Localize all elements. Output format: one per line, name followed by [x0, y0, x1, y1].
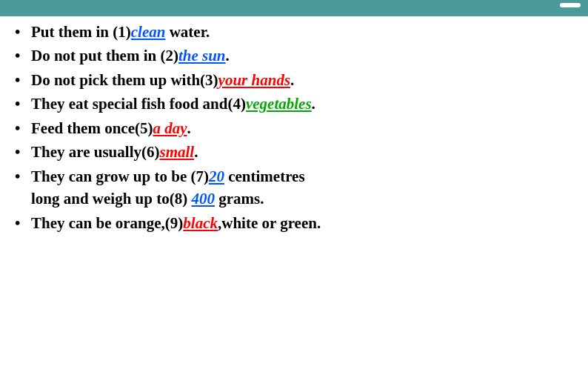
item-after-6: .	[194, 143, 198, 161]
item-before-7b: long and weigh up to(8)	[31, 190, 191, 208]
list-item: They can grow up to be (7)20 centimetres…	[15, 165, 573, 210]
answer-2: the sun	[178, 47, 226, 64]
list-item: They can be orange,(9)black,white or gre…	[15, 212, 573, 234]
item-after-3: .	[290, 71, 294, 89]
list-item: Put them in (1)clean water.	[15, 21, 573, 43]
answer-9: black	[183, 214, 218, 232]
answer-3: your hands	[218, 71, 290, 89]
item-before-3: Do not pick them up with(3)	[31, 71, 218, 89]
item-before-9: They can be orange,(9)	[31, 214, 183, 232]
answer-7b: 400	[191, 190, 215, 208]
item-before-6: They are usually(6)	[31, 143, 159, 161]
item-before-5: Feed them once(5)	[31, 119, 153, 137]
answer-4: vegetables	[246, 95, 312, 113]
list-item: They are usually(6)small.	[15, 141, 573, 163]
item-before-2: Do not put them in (2)	[31, 47, 178, 64]
list-item: They eat special fish food and(4)vegetab…	[15, 93, 573, 115]
item-after-9: ,white or green.	[218, 214, 321, 232]
answer-5: a day	[153, 119, 187, 137]
item-after-1: water.	[165, 23, 210, 41]
item-before-7: They can grow up to be (7)	[31, 167, 209, 185]
item-before-1: Put them in (1)	[31, 23, 131, 41]
teal-header-bar	[0, 0, 588, 16]
item-after-7b: grams.	[215, 190, 264, 208]
bullet-list: Put them in (1)clean water.Do not put th…	[15, 21, 573, 234]
answer-7: 20	[209, 167, 224, 185]
item-after-2: .	[226, 47, 230, 64]
content-area: Put them in (1)clean water.Do not put th…	[15, 21, 573, 368]
list-item: Feed them once(5)a day.	[15, 117, 573, 139]
item-after-4: .	[312, 95, 315, 113]
item-before-4: They eat special fish food and(4)	[31, 95, 246, 113]
item-after-7: centimetres	[224, 167, 305, 185]
list-item: Do not pick them up with(3)your hands.	[15, 69, 573, 91]
title-box	[560, 3, 581, 7]
answer-6: small	[159, 143, 194, 161]
list-item: Do not put them in (2)the sun.	[15, 44, 573, 67]
item-after-5: .	[187, 119, 191, 137]
answer-1: clean	[131, 23, 166, 41]
